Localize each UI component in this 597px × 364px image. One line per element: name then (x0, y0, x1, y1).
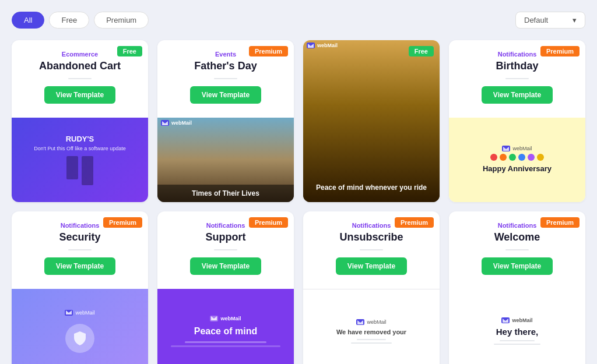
badge-premium: Premium (103, 217, 142, 228)
card-category: Notifications (498, 51, 537, 58)
card-birthday: Premium Notifications Birthday View Temp… (449, 40, 585, 202)
webmail-icon (65, 310, 73, 316)
view-template-button[interactable]: View Template (336, 257, 407, 275)
webmail-icon (501, 317, 510, 323)
top-bar: All Free Premium Default ▾ (12, 12, 585, 29)
webmail-icon (356, 319, 364, 325)
fathers-text: Times of Their Lives (162, 189, 289, 197)
badge-premium: Premium (249, 217, 288, 228)
badge-premium: Premium (540, 46, 580, 56)
badge-free: Free (117, 46, 142, 56)
webmail-logo: webMail (210, 316, 241, 321)
card-preview: webMail Happy Anniversary (449, 118, 585, 202)
card-title: Welcome (494, 231, 540, 243)
card-divider (214, 78, 237, 79)
webmail-label: webMail (75, 310, 94, 316)
view-template-button[interactable]: View Template (190, 86, 261, 104)
webmail-logo: webMail (65, 310, 94, 316)
card-preview: webMail Times of Their Lives (157, 118, 294, 202)
anniversary-dots (490, 154, 544, 161)
card-category: Events (215, 51, 236, 58)
webmail-logo: webMail (161, 120, 192, 126)
card-category: Notifications (352, 222, 391, 229)
webmail-label: webMail (367, 319, 386, 325)
card-preview: webMail Hey there, (449, 289, 585, 364)
card-support: Premium Notifications Support View Templ… (157, 211, 294, 364)
webmail-label: webMail (171, 120, 192, 126)
template-grid: Free Ecommerce Abandoned Cart View Templ… (12, 40, 585, 364)
support-bar (185, 341, 266, 343)
view-template-button[interactable]: View Template (44, 86, 115, 104)
view-template-button[interactable]: View Template (482, 257, 553, 275)
card-welcome: Premium Notifications Welcome View Templ… (449, 211, 585, 364)
card-preview: RUDY'S Don't Put this Off like a softwar… (12, 118, 148, 202)
view-template-button[interactable]: View Template (482, 86, 553, 104)
sort-label: Default (524, 16, 548, 24)
badge-premium: Premium (540, 217, 580, 228)
preview-subtitle: Don't Put this Off like a software updat… (34, 146, 126, 151)
card-category: Ecommerce (62, 51, 98, 58)
badge-free: Free (409, 46, 434, 56)
support-text: Peace of mind (194, 326, 257, 337)
support-bar2 (171, 345, 280, 347)
card-title: Father's Day (194, 60, 257, 72)
card-security: Premium Notifications Security View Temp… (12, 211, 148, 364)
filter-tabs: All Free Premium (12, 12, 149, 29)
card-preview: webMail We have removed your (303, 289, 440, 364)
card-title: Unsubscribe (339, 231, 403, 243)
card-title: Security (59, 231, 100, 243)
card-title: Abandoned Cart (39, 60, 121, 72)
welcome-bar (500, 340, 535, 341)
card-customer-service: Free Marketing Customer Service View Tem… (303, 40, 440, 202)
card-title: Support (206, 231, 246, 243)
view-template-button[interactable]: View Template (190, 257, 261, 275)
card-category: Notifications (498, 222, 537, 229)
card-unsubscribe: Premium Notifications Unsubscribe View T… (303, 211, 440, 364)
card-divider (505, 249, 529, 250)
unsubscribe-bar2 (351, 342, 392, 344)
card-title: Birthday (496, 60, 538, 72)
card-abandoned-cart: Free Ecommerce Abandoned Cart View Templ… (12, 40, 148, 202)
card-preview: webMail Peace of mind (157, 289, 294, 364)
webmail-label: webMail (512, 317, 532, 323)
card-fathers-day: Premium Events Father's Day View Templat… (157, 40, 294, 202)
badge-premium: Premium (249, 46, 288, 56)
shield-icon (73, 331, 86, 346)
filter-tab-premium[interactable]: Premium (94, 12, 149, 29)
filter-tab-all[interactable]: All (12, 12, 44, 29)
webmail-icon (210, 316, 218, 321)
card-divider (68, 249, 92, 250)
badge-premium: Premium (395, 217, 434, 228)
card-divider (505, 78, 529, 79)
city-text: Peace of mind whenever you ride (311, 179, 431, 196)
unsubscribe-text: We have removed your (336, 328, 406, 335)
card-category: Notifications (61, 222, 100, 229)
security-icon-bg (65, 324, 94, 353)
sort-dropdown[interactable]: Default ▾ (515, 12, 585, 29)
card-preview: webMail (12, 289, 148, 364)
webmail-logo: webMail (501, 317, 532, 323)
card-divider (214, 249, 237, 250)
webmail-label: webMail (220, 316, 241, 321)
filter-tab-free[interactable]: Free (49, 12, 89, 29)
welcome-bar2 (494, 344, 540, 345)
webmail-icon (161, 120, 169, 126)
chevron-down-icon: ▾ (573, 16, 577, 24)
unsubscribe-bar (357, 339, 386, 340)
card-preview: webMail Peace of mind whenever you ride (303, 118, 440, 202)
webmail-icon (502, 146, 510, 151)
card-divider (360, 249, 383, 250)
webmail-logo: webMail (356, 319, 386, 325)
card-divider (68, 78, 92, 79)
webmail-label: webMail (512, 146, 532, 151)
welcome-text: Hey there, (496, 327, 539, 337)
card-category: Notifications (206, 222, 245, 229)
preview-title: RUDY'S (66, 135, 94, 143)
anniversary-title: Happy Anniversary (483, 164, 552, 174)
webmail-logo: webMail (502, 146, 532, 151)
view-template-button[interactable]: View Template (44, 257, 115, 275)
